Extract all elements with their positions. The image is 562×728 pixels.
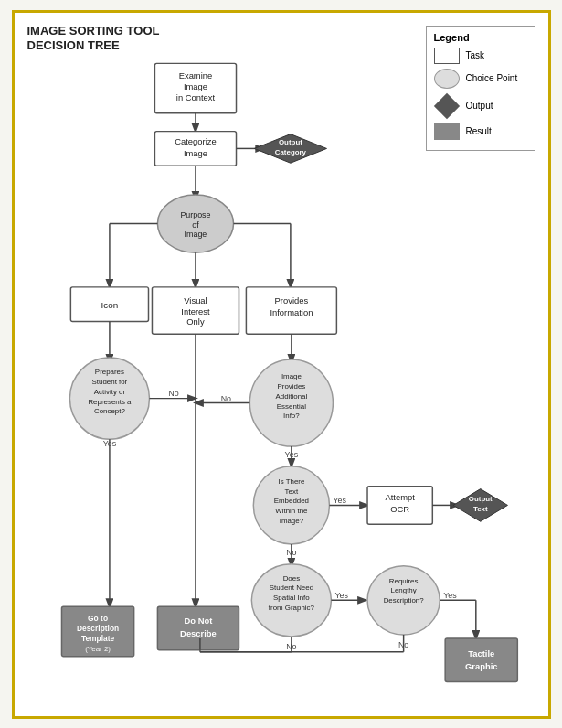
- svg-text:Student for: Student for: [91, 377, 127, 385]
- svg-text:Category: Category: [274, 148, 306, 156]
- svg-text:Essential: Essential: [276, 401, 305, 410]
- svg-text:Is There: Is There: [278, 476, 304, 485]
- svg-text:Requires: Requires: [388, 576, 418, 584]
- svg-text:Embedded: Embedded: [273, 497, 308, 505]
- svg-text:Tactile: Tactile: [468, 648, 494, 658]
- svg-text:Interest: Interest: [181, 305, 210, 316]
- svg-text:Icon: Icon: [101, 299, 118, 309]
- diagram-svg: Examine Image in Context Categorize Imag…: [15, 13, 548, 716]
- svg-text:No: No: [168, 388, 178, 397]
- svg-text:Provides: Provides: [274, 294, 308, 305]
- svg-text:Image: Image: [183, 81, 207, 91]
- svg-text:Description: Description: [76, 624, 118, 633]
- svg-text:Info?: Info?: [283, 412, 300, 420]
- svg-text:Graphic: Graphic: [465, 660, 498, 670]
- svg-text:Do Not: Do Not: [184, 616, 213, 626]
- svg-text:Describe: Describe: [180, 627, 217, 637]
- svg-text:Spatial Info: Spatial Info: [273, 594, 310, 602]
- svg-text:Text: Text: [284, 487, 298, 495]
- svg-text:Visual: Visual: [184, 294, 207, 305]
- svg-text:Information: Information: [270, 306, 313, 316]
- svg-text:Output: Output: [278, 138, 302, 146]
- svg-text:Text: Text: [472, 505, 487, 513]
- svg-text:Image: Image: [184, 230, 207, 239]
- svg-text:Description?: Description?: [383, 596, 424, 605]
- svg-text:Represents a: Represents a: [88, 397, 132, 405]
- svg-text:Provides: Provides: [277, 381, 305, 390]
- svg-text:Go to: Go to: [88, 614, 108, 623]
- svg-text:(Year 2): (Year 2): [85, 644, 111, 652]
- svg-text:Image?: Image?: [279, 517, 303, 525]
- svg-text:Yes: Yes: [443, 591, 457, 600]
- svg-text:of: of: [192, 219, 199, 229]
- svg-text:Additional: Additional: [275, 391, 307, 400]
- svg-text:from Graphic?: from Graphic?: [268, 604, 314, 612]
- svg-text:Does: Does: [282, 573, 300, 582]
- svg-text:Template: Template: [80, 633, 114, 642]
- svg-text:Concept?: Concept?: [94, 407, 125, 415]
- svg-text:Yes: Yes: [333, 496, 346, 505]
- page: IMAGE SORTING TOOLDECISION TREE Legend T…: [12, 10, 551, 719]
- svg-text:Only: Only: [186, 316, 205, 327]
- svg-text:Image: Image: [281, 371, 302, 380]
- svg-text:Prepares: Prepares: [94, 367, 123, 375]
- svg-text:Lengthy: Lengthy: [390, 586, 416, 594]
- svg-text:Examine: Examine: [178, 70, 212, 80]
- svg-text:Activity or: Activity or: [93, 387, 125, 395]
- svg-text:Image: Image: [183, 148, 207, 158]
- svg-text:Purpose: Purpose: [180, 209, 210, 219]
- svg-text:Attempt: Attempt: [385, 492, 415, 502]
- svg-text:Output: Output: [468, 495, 492, 503]
- svg-text:Yes: Yes: [334, 591, 348, 600]
- svg-text:Within the: Within the: [275, 507, 308, 515]
- svg-text:Student Need: Student Need: [269, 583, 313, 592]
- svg-text:in Context: in Context: [175, 91, 215, 102]
- svg-text:No: No: [220, 393, 230, 402]
- svg-text:Categorize: Categorize: [175, 136, 216, 146]
- svg-text:OCR: OCR: [390, 504, 409, 514]
